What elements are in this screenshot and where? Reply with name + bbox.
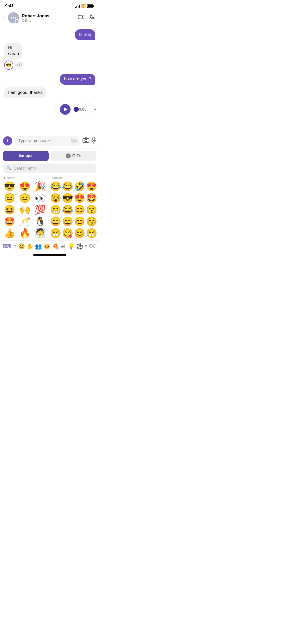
chat-area: hi Bob Hi sarah 😎 how are you ? I am goo… (0, 26, 99, 133)
cat-animals-icon[interactable]: 🐱 (44, 243, 50, 250)
cat-symbols-icon[interactable]: # (85, 244, 87, 249)
video-call-button[interactable] (78, 14, 85, 21)
search-placeholder-text: Search emoji (14, 166, 37, 171)
emoji-grid-container: Recent 😎 😍 🎉 😐 😐 👀 😆 🙌 💯 🤩 🥂 🐧 👍 🔥 🧖 (0, 175, 99, 239)
status-icons: 📶 (75, 4, 94, 8)
cat-hand-icon[interactable]: ✋ (26, 243, 33, 250)
emoji-recent-11[interactable]: 🥂 (17, 216, 32, 227)
reaction-add-button[interactable] (15, 61, 24, 70)
emoji-smile-20[interactable]: 😁 (86, 228, 97, 239)
svg-rect-1 (93, 5, 94, 7)
signal-bars-icon (75, 5, 80, 8)
emoji-smile-8[interactable]: 🤩 (86, 193, 97, 204)
emoji-smile-5[interactable]: 😵 (50, 193, 61, 204)
header: ‹ RJ Robert Jonas › Offline (0, 10, 99, 26)
emoji-section-smilies: Smilies 😂 😂 🤣 😍 😵 😎 😍 🤩 😁 😂 😊 😗 😄 😄 😊 😚 … (49, 175, 97, 239)
status-bar: 9:41 📶 (0, 0, 99, 10)
contact-name[interactable]: Robert Jonas › (22, 13, 78, 19)
svg-rect-7 (93, 137, 95, 141)
audio-thumb[interactable] (74, 107, 79, 112)
contact-status: Offline (22, 19, 78, 22)
status-time: 9:41 (5, 4, 14, 9)
emoji-smile-1[interactable]: 😂 (50, 181, 61, 192)
message-row-received-2: I am good, thanks (4, 87, 95, 98)
audio-play-button[interactable] (60, 104, 71, 115)
back-button[interactable]: ‹ (4, 14, 6, 21)
emoji-smile-9[interactable]: 😁 (50, 204, 61, 215)
emoji-smile-13[interactable]: 😄 (50, 216, 61, 227)
recent-label: Recent (2, 175, 48, 181)
cat-smiley-icon[interactable]: 😊 (18, 243, 25, 250)
emoji-smile-3[interactable]: 🤣 (74, 181, 85, 192)
play-triangle-icon (64, 107, 67, 111)
audio-message-row: 00:05 〜 (4, 101, 95, 118)
emoji-smile-12[interactable]: 😗 (86, 204, 97, 215)
cat-people-icon[interactable]: 👥 (35, 243, 42, 250)
emoji-recent-2[interactable]: 😍 (17, 181, 32, 192)
message-row-sent-2: how are you ? (4, 74, 95, 85)
emoji-smile-7[interactable]: 😍 (74, 193, 85, 204)
emoji-smile-16[interactable]: 😚 (86, 216, 97, 227)
message-bubble-received-1[interactable]: Hi sarah (4, 43, 22, 60)
cat-sports-icon[interactable]: ⚽ (76, 243, 83, 250)
cat-buildings-icon[interactable]: 🏛 (60, 243, 66, 250)
tab-emojis[interactable]: Emojis (3, 151, 49, 161)
cat-square-icon[interactable]: ◻ (12, 244, 16, 249)
emoji-recent-8[interactable]: 🙌 (17, 204, 32, 215)
message-input[interactable] (14, 136, 80, 146)
phone-call-button[interactable] (90, 14, 95, 21)
avatar-container[interactable]: RJ (8, 12, 19, 23)
battery-icon (87, 4, 94, 8)
emoji-recent-13[interactable]: 👍 (2, 228, 17, 239)
emoji-smile-4[interactable]: 😍 (86, 181, 97, 192)
emoji-recent-1[interactable]: 😎 (2, 181, 17, 192)
message-row-received-1: Hi sarah 😎 (4, 43, 95, 71)
emoji-smile-19[interactable]: 😊 (74, 228, 85, 239)
emoji-smile-14[interactable]: 😄 (62, 216, 73, 227)
microphone-button[interactable] (91, 137, 96, 145)
emoji-smile-18[interactable]: 😋 (62, 228, 73, 239)
tab-gifs[interactable]: GIFs (51, 151, 96, 161)
emoji-smile-17[interactable]: 😁 (50, 228, 61, 239)
emoji-smile-15[interactable]: 😊 (74, 216, 85, 227)
audio-bubble[interactable]: 00:05 (55, 101, 91, 118)
search-icon: 🔍 (7, 166, 12, 171)
emoji-recent-6[interactable]: 👀 (33, 193, 48, 204)
home-indicator (0, 252, 99, 257)
cat-food-icon[interactable]: 🍕 (52, 243, 59, 250)
emoji-recent-7[interactable]: 😆 (2, 204, 17, 215)
emoji-search-bar[interactable]: 🔍 Search emoji (3, 164, 96, 173)
cat-keyboard-icon[interactable]: ⌨ (3, 243, 11, 250)
emoji-recent-3[interactable]: 🎉 (33, 181, 48, 192)
camera-button[interactable] (83, 137, 89, 144)
emoji-recent-14[interactable]: 🔥 (17, 228, 32, 239)
message-row-sent-1: hi Bob (4, 29, 95, 40)
emoji-recent-12[interactable]: 🐧 (33, 216, 48, 227)
keyboard-icon: ⌨ (71, 138, 77, 144)
message-bubble-sent-1[interactable]: hi Bob (75, 29, 95, 40)
emoji-smile-2[interactable]: 😂 (62, 181, 73, 192)
emoji-recent-15[interactable]: 🧖 (33, 228, 48, 239)
smilies-emoji-grid: 😂 😂 🤣 😍 😵 😎 😍 🤩 😁 😂 😊 😗 😄 😄 😊 😚 😁 😋 😊 (50, 181, 97, 239)
svg-point-6 (85, 139, 87, 142)
message-bubble-sent-2[interactable]: how are you ? (60, 74, 95, 85)
reaction-sunglasses-button[interactable]: 😎 (4, 61, 13, 70)
avatar-status-badge (15, 19, 19, 23)
cat-delete-icon[interactable]: ⌫ (89, 243, 97, 250)
message-bubble-received-2[interactable]: I am good, thanks (4, 87, 47, 98)
gif-dot-icon (66, 153, 71, 158)
cat-objects-icon[interactable]: 💡 (68, 243, 75, 250)
home-bar (33, 254, 66, 256)
svg-rect-2 (88, 5, 93, 7)
emoji-smile-10[interactable]: 😂 (62, 204, 73, 215)
emoji-category-bar: ⌨ ◻ 😊 ✋ 👥 🐱 🍕 🏛 💡 ⚽ # ⌫ (0, 240, 99, 252)
emoji-recent-9[interactable]: 💯 (33, 204, 48, 215)
emoji-section-recent: Recent 😎 😍 🎉 😐 😐 👀 😆 🙌 💯 🤩 🥂 🐧 👍 🔥 🧖 (2, 175, 49, 239)
message-input-wrap: ⌨ (14, 136, 80, 146)
emoji-recent-10[interactable]: 🤩 (2, 216, 17, 227)
emoji-recent-5[interactable]: 😐 (17, 193, 32, 204)
add-content-button[interactable]: + (3, 136, 12, 145)
emoji-smile-6[interactable]: 😎 (62, 193, 73, 204)
emoji-recent-4[interactable]: 😐 (2, 193, 17, 204)
emoji-smile-11[interactable]: 😊 (74, 204, 85, 215)
